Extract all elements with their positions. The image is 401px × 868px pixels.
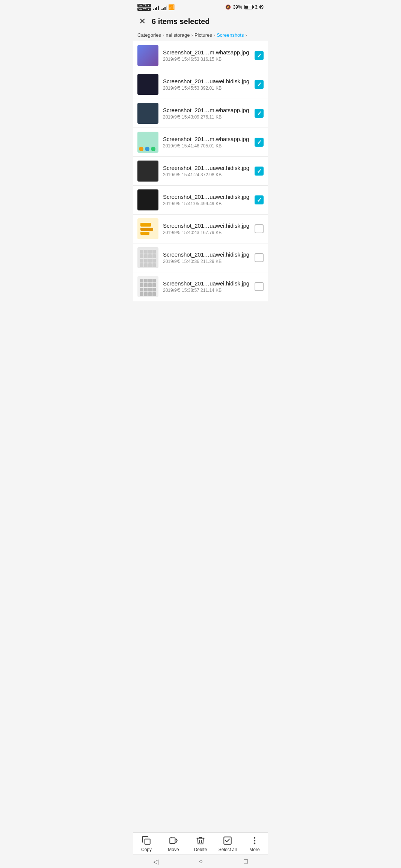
list-item[interactable]: Screenshot_201…uawei.hidisk.jpg2019/9/5 … bbox=[133, 70, 268, 99]
breadcrumb-sep-3: › bbox=[214, 32, 215, 38]
delete-label: Delete bbox=[194, 847, 207, 852]
file-name: Screenshot_201…uawei.hidisk.jpg bbox=[163, 78, 250, 84]
checkmark-icon: ✓ bbox=[257, 52, 262, 59]
file-info: Screenshot_201…uawei.hidisk.jpg2019/9/5 … bbox=[163, 251, 250, 264]
file-thumbnail bbox=[137, 161, 158, 182]
select-all-button[interactable]: Select all bbox=[214, 836, 241, 852]
close-button[interactable]: ✕ bbox=[139, 17, 146, 26]
volte-badge-2: VoLTE ▲ bbox=[137, 8, 151, 11]
volte-badges: VoLTE ▲ VoLTE ▲ bbox=[137, 4, 151, 11]
file-info: Screenshot_201…uawei.hidisk.jpg2019/9/5 … bbox=[163, 78, 250, 91]
battery-fill bbox=[245, 6, 248, 9]
file-thumbnail bbox=[137, 103, 158, 124]
copy-icon bbox=[142, 836, 151, 845]
status-bar: VoLTE ▲ VoLTE ▲ 📶 🔕 39% bbox=[133, 0, 268, 14]
svg-rect-1 bbox=[170, 838, 175, 843]
list-item[interactable]: Screenshot_201…uawei.hidisk.jpg2019/9/5 … bbox=[133, 243, 268, 272]
signal-icons: 📶 bbox=[153, 4, 175, 10]
file-checkbox[interactable]: ✓ bbox=[255, 138, 264, 147]
battery-icon bbox=[244, 5, 253, 9]
copy-button[interactable]: Copy bbox=[133, 836, 160, 852]
file-checkbox[interactable] bbox=[255, 253, 264, 262]
delete-button[interactable]: Delete bbox=[187, 836, 214, 852]
file-info: Screenshot_201…uawei.hidisk.jpg2019/9/5 … bbox=[163, 165, 250, 177]
file-thumbnail bbox=[137, 189, 158, 210]
bar bbox=[153, 9, 154, 10]
status-right: 🔕 39% 3:49 bbox=[225, 5, 264, 10]
volte-badge-1: VoLTE ▲ bbox=[137, 4, 151, 7]
page-title: 6 items selected bbox=[152, 17, 210, 26]
back-button[interactable]: ◁ bbox=[146, 856, 166, 867]
file-name: Screenshot_201…m.whatsapp.jpg bbox=[163, 136, 250, 142]
file-info: Screenshot_201…m.whatsapp.jpg2019/9/5 15… bbox=[163, 136, 250, 149]
more-button[interactable]: More bbox=[241, 836, 268, 852]
home-button[interactable]: ○ bbox=[191, 856, 211, 867]
file-thumbnail bbox=[137, 218, 158, 239]
file-name: Screenshot_201…m.whatsapp.jpg bbox=[163, 49, 250, 56]
checkmark-icon: ✓ bbox=[257, 139, 262, 146]
nav-bar: ◁ ○ □ bbox=[133, 854, 268, 868]
bar bbox=[164, 7, 166, 10]
bottom-toolbar: Copy Move Delete Select all More bbox=[133, 832, 268, 854]
mute-icon: 🔕 bbox=[225, 5, 231, 10]
breadcrumb-sep-1: › bbox=[163, 32, 164, 38]
header: ✕ 6 items selected bbox=[133, 14, 268, 31]
file-checkbox[interactable]: ✓ bbox=[255, 109, 264, 118]
delete-icon bbox=[196, 836, 205, 845]
file-meta: 2019/9/5 15:40:36 211.29 KB bbox=[163, 259, 250, 264]
file-meta: 2019/9/5 15:38:57 211.14 KB bbox=[163, 288, 250, 293]
file-name: Screenshot_201…uawei.hidisk.jpg bbox=[163, 194, 250, 200]
bar bbox=[158, 6, 159, 10]
list-item[interactable]: Screenshot_201…uawei.hidisk.jpg2019/9/5 … bbox=[133, 215, 268, 243]
more-label: More bbox=[249, 847, 259, 852]
svg-point-3 bbox=[254, 837, 255, 838]
file-info: Screenshot_201…uawei.hidisk.jpg2019/9/5 … bbox=[163, 194, 250, 206]
svg-point-4 bbox=[254, 840, 255, 841]
checkmark-icon: ✓ bbox=[257, 197, 262, 204]
list-item[interactable]: Screenshot_201…uawei.hidisk.jpg2019/9/5 … bbox=[133, 272, 268, 301]
breadcrumb-pictures[interactable]: Pictures bbox=[194, 32, 212, 38]
wifi-icon: 📶 bbox=[168, 4, 175, 10]
file-meta: 2019/9/5 15:41:24 372.98 KB bbox=[163, 172, 250, 177]
list-item[interactable]: Screenshot_201…uawei.hidisk.jpg2019/9/5 … bbox=[133, 186, 268, 215]
file-meta: 2019/9/5 15:45:53 392.01 KB bbox=[163, 86, 250, 91]
move-button[interactable]: Move bbox=[160, 836, 187, 852]
file-checkbox[interactable] bbox=[255, 282, 264, 291]
list-item[interactable]: Screenshot_201…m.whatsapp.jpg2019/9/5 15… bbox=[133, 99, 268, 128]
file-list: Screenshot_201…m.whatsapp.jpg2019/9/5 15… bbox=[133, 41, 268, 301]
bar bbox=[163, 8, 164, 10]
svg-rect-0 bbox=[145, 839, 150, 844]
status-left: VoLTE ▲ VoLTE ▲ 📶 bbox=[137, 4, 175, 11]
file-meta: 2019/9/5 15:46:53 816.15 KB bbox=[163, 57, 250, 62]
list-item[interactable]: Screenshot_201…m.whatsapp.jpg2019/9/5 15… bbox=[133, 128, 268, 157]
file-checkbox[interactable] bbox=[255, 224, 264, 233]
breadcrumb-categories[interactable]: Categories bbox=[137, 32, 161, 38]
battery-container bbox=[244, 5, 253, 9]
bar bbox=[156, 7, 157, 10]
signal-group-1 bbox=[153, 6, 159, 10]
file-meta: 2019/9/5 15:43:09 276.11 KB bbox=[163, 114, 250, 120]
move-icon bbox=[169, 836, 178, 845]
file-meta: 2019/9/5 15:40:43 167.79 KB bbox=[163, 230, 250, 235]
move-label: Move bbox=[168, 847, 179, 852]
select-all-label: Select all bbox=[219, 847, 237, 852]
checkmark-icon: ✓ bbox=[257, 168, 262, 175]
file-checkbox[interactable]: ✓ bbox=[255, 80, 264, 89]
breadcrumb[interactable]: Categories › nal storage › Pictures › Sc… bbox=[133, 31, 268, 41]
file-info: Screenshot_201…m.whatsapp.jpg2019/9/5 15… bbox=[163, 49, 250, 62]
checkmark-icon: ✓ bbox=[257, 81, 262, 88]
file-meta: 2019/9/5 15:41:05 499.49 KB bbox=[163, 201, 250, 206]
file-meta: 2019/9/5 15:41:46 705.01 KB bbox=[163, 143, 250, 149]
list-item[interactable]: Screenshot_201…uawei.hidisk.jpg2019/9/5 … bbox=[133, 157, 268, 186]
file-name: Screenshot_201…uawei.hidisk.jpg bbox=[163, 222, 250, 229]
file-checkbox[interactable]: ✓ bbox=[255, 167, 264, 176]
file-info: Screenshot_201…uawei.hidisk.jpg2019/9/5 … bbox=[163, 222, 250, 235]
breadcrumb-storage[interactable]: nal storage bbox=[166, 32, 190, 38]
breadcrumb-screenshots[interactable]: Screenshots bbox=[217, 32, 244, 38]
list-item[interactable]: Screenshot_201…m.whatsapp.jpg2019/9/5 15… bbox=[133, 41, 268, 70]
file-checkbox[interactable]: ✓ bbox=[255, 195, 264, 204]
more-icon bbox=[250, 836, 259, 845]
file-thumbnail bbox=[137, 74, 158, 95]
file-checkbox[interactable]: ✓ bbox=[255, 51, 264, 60]
recent-button[interactable]: □ bbox=[236, 856, 255, 867]
